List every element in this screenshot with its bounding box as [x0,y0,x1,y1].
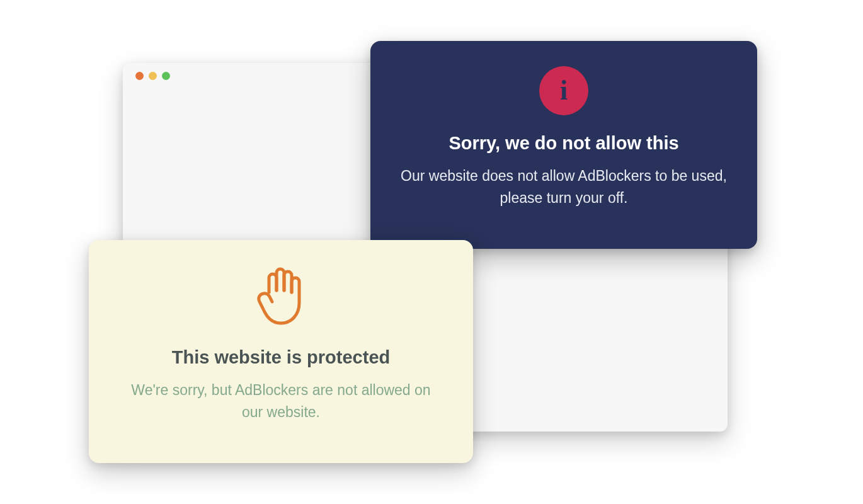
maximize-icon[interactable] [162,72,170,80]
light-card-title: This website is protected [172,347,390,368]
minimize-icon[interactable] [149,72,157,80]
close-icon[interactable] [135,72,144,80]
dark-card-body: Our website does not allow AdBlockers to… [396,165,732,209]
adblock-notice-dark: i Sorry, we do not allow this Our websit… [370,41,757,249]
hand-stop-icon [256,264,306,329]
light-card-body: We're sorry, but AdBlockers are not allo… [120,379,442,423]
info-icon: i [539,66,588,115]
adblock-notice-light: This website is protected We're sorry, b… [89,240,473,463]
dark-card-title: Sorry, we do not allow this [449,133,678,154]
